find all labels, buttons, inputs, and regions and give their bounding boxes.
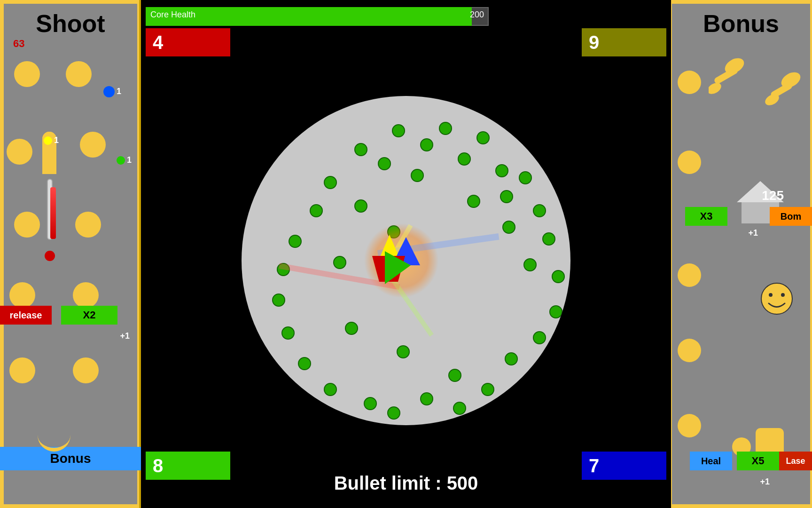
svg-point-10: [781, 293, 785, 297]
enemy-dot: [392, 124, 405, 137]
enemy-dot: [549, 305, 562, 318]
release-label: release: [10, 310, 42, 321]
yellow-bullet-count: 1: [54, 135, 59, 145]
enemy-dot: [298, 357, 311, 370]
therm-bulb: [45, 251, 55, 261]
enemy-dot: [345, 322, 358, 335]
enemy-dot: [448, 369, 461, 382]
enemy-dot: [505, 352, 518, 365]
pin-dot-right: [678, 71, 701, 94]
pin-dot: [73, 282, 99, 308]
blue-bullet-count: 1: [117, 87, 121, 96]
blue-bullet: [103, 86, 115, 97]
laser-bar[interactable]: Lase: [779, 452, 812, 470]
x3-label: X3: [700, 210, 713, 222]
enemy-dot: [364, 397, 377, 410]
score-box-bottom-right: 7: [582, 452, 666, 480]
score-box-bottom-left: 8: [146, 452, 230, 480]
left-panel: Shoot 63 1 1 1 release X2 +1 Bonus: [0, 0, 141, 508]
score-box-top-left: 4: [146, 28, 230, 56]
plus1-right: +1: [748, 228, 758, 238]
pin-dot: [7, 139, 32, 165]
enemy-dot: [354, 199, 367, 213]
pin-dot-right: [678, 414, 701, 437]
enemy-dot: [552, 270, 565, 283]
x5-label: X5: [752, 455, 765, 467]
score-bottom-left-value: 8: [153, 455, 163, 476]
enemy-dot: [481, 383, 494, 396]
thermometer-value: 63: [13, 38, 24, 50]
enemy-dot: [495, 164, 508, 177]
green-bullet: [117, 156, 125, 165]
enemy-dot: [420, 392, 433, 405]
enemy-dot: [281, 326, 295, 340]
enemy-dot: [397, 345, 410, 358]
therm-tube: [47, 179, 53, 240]
health-label: Core Health: [150, 10, 195, 20]
pin-dot: [73, 357, 99, 383]
enemy-dot: [272, 294, 285, 307]
x2-label: X2: [83, 309, 96, 321]
enemy-dot: [500, 190, 513, 203]
heal-bar[interactable]: Heal: [690, 452, 732, 470]
enemy-dot: [502, 221, 515, 234]
enemy-dot: [354, 143, 367, 156]
thermometer: [45, 179, 55, 254]
enemy-dot: [324, 176, 337, 189]
enemy-dot: [310, 204, 323, 217]
pin-dot: [80, 132, 106, 158]
enemy-dot: [387, 406, 400, 420]
pin-dot: [66, 61, 92, 87]
pin-dot: [14, 212, 40, 238]
plus1-label: +1: [120, 331, 130, 341]
x3-bar[interactable]: X3: [685, 207, 727, 226]
pin-dot: [9, 357, 35, 383]
right-panel-title: Bonus: [668, 9, 812, 38]
x2-bar[interactable]: X2: [61, 306, 117, 325]
pin-dot: [75, 212, 101, 238]
bullet-limit: Bullet limit : 500: [334, 473, 478, 494]
pin-dot-right: [678, 151, 701, 174]
pin-dot-right: [678, 263, 701, 287]
left-bonus-bar[interactable]: Bonus: [0, 447, 141, 470]
enemy-dot: [458, 152, 471, 166]
heal-label: Heal: [701, 456, 721, 467]
enemy-dot: [324, 383, 337, 396]
laser-label: Lase: [786, 456, 805, 466]
enemy-dot: [523, 258, 537, 271]
plus1-bottom: +1: [760, 477, 770, 487]
score-box-top-right: 9: [582, 28, 666, 56]
enemy-dot: [533, 331, 546, 344]
score-bottom-right-value: 7: [589, 455, 599, 476]
health-bar-container: Core Health 200: [146, 7, 489, 26]
left-panel-title: Shoot: [0, 9, 141, 38]
enemy-dot: [439, 122, 452, 135]
bomb-bar[interactable]: Bom: [770, 207, 812, 226]
wrench-top-left: [709, 56, 746, 101]
svg-point-8: [761, 283, 792, 314]
enemy-dot: [453, 402, 466, 415]
green-ship: [385, 251, 411, 286]
score-top-left-value: 4: [153, 32, 163, 53]
pin-dot: [9, 282, 35, 308]
enemy-dot: [533, 204, 546, 217]
health-value: 200: [470, 10, 484, 20]
svg-marker-14: [385, 251, 411, 284]
svg-point-9: [769, 293, 773, 297]
release-bar[interactable]: release: [0, 306, 52, 325]
enemy-dot: [467, 195, 480, 208]
enemy-dot: [519, 171, 532, 184]
right-panel: Bonus 125 X3 +1 Bom: [666, 0, 812, 508]
score-top-right-value: 9: [589, 32, 599, 53]
yellow-bullet: [44, 136, 52, 145]
x5-bar[interactable]: X5: [737, 452, 779, 470]
enemy-dot: [476, 131, 490, 144]
enemy-dot: [378, 157, 391, 170]
main-game-area: Core Health 200 4 9: [141, 0, 671, 508]
enemy-dot: [333, 256, 346, 269]
bonus-label: Bonus: [50, 451, 91, 466]
bomb-label: Bom: [781, 211, 801, 222]
wrench-top-right: [765, 71, 803, 110]
pin-dot: [14, 61, 40, 87]
enemy-dot: [411, 169, 424, 182]
